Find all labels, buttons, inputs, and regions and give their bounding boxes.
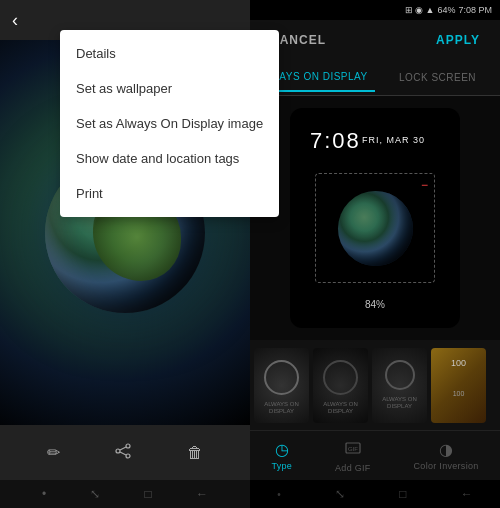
svg-point-0 [126, 444, 130, 448]
bottom-tabs: ◷ Type GIF Add GIF ◑ Color Inversion [250, 430, 500, 480]
right-panel: ⊞ ◉ ▲ 64% 7:08 PM CANCEL APPLY ALWAYS ON… [250, 0, 500, 508]
status-icons: ⊞ ◉ ▲ 64% 7:08 PM [405, 5, 492, 15]
right-nav-bar: • ⤡ □ ← [250, 480, 500, 508]
preview-time: 7:08 [310, 128, 361, 154]
preview-minus-icon: − [421, 178, 428, 192]
menu-item-wallpaper[interactable]: Set as wallpaper [60, 71, 279, 106]
type-icon: ◷ [275, 440, 289, 459]
preview-earth-container: − [315, 173, 435, 283]
thumbnail-4[interactable]: 100 100 [431, 348, 486, 423]
thumbnail-1[interactable]: ALWAYS ONDISPLAY [254, 348, 309, 423]
preview-battery: 84% [365, 299, 385, 310]
nav-recent[interactable]: ⤡ [90, 487, 100, 501]
phone-preview: 7:08 FRI, MAR 30 − 84% [290, 108, 460, 328]
thumb-label-1: ALWAYS ONDISPLAY [254, 399, 309, 417]
clock: 7:08 PM [458, 5, 492, 15]
nav-home[interactable]: □ [145, 487, 152, 501]
menu-item-details[interactable]: Details [60, 36, 279, 71]
thumbnail-bar: ALWAYS ONDISPLAY ALWAYS ONDISPLAY ALWAYS… [250, 340, 500, 430]
type-label: Type [271, 461, 292, 471]
tab-lock-screen[interactable]: LOCK SCREEN [375, 64, 500, 91]
color-inversion-label: Color Inversion [414, 461, 479, 471]
delete-icon[interactable]: 🗑 [187, 444, 203, 462]
tab-add-gif[interactable]: GIF Add GIF [335, 439, 371, 473]
gif-label: Add GIF [335, 463, 371, 473]
gif-icon: GIF [344, 439, 362, 461]
menu-item-date-tags[interactable]: Show date and location tags [60, 141, 279, 176]
thumb-clock-2 [323, 360, 358, 395]
share-icon[interactable] [114, 442, 132, 464]
network-icons: ⊞ ◉ ▲ [405, 5, 435, 15]
thumb-clock-3 [385, 360, 415, 390]
thumb-label-4: 100 [431, 388, 486, 400]
right-nav-recent[interactable]: ⤡ [335, 487, 345, 501]
tab-type[interactable]: ◷ Type [271, 440, 292, 471]
thumb-label-2: ALWAYS ONDISPLAY [313, 399, 368, 417]
nav-dot: • [42, 487, 46, 501]
color-inversion-icon: ◑ [439, 440, 453, 459]
preview-date: FRI, MAR 30 [362, 135, 425, 145]
action-bar: CANCEL APPLY [250, 20, 500, 60]
tab-color-inversion[interactable]: ◑ Color Inversion [414, 440, 479, 471]
left-bottom-bar: ✏ 🗑 [0, 425, 250, 480]
thumb-label-3: ALWAYS ONDISPLAY [372, 394, 427, 412]
right-nav-back[interactable]: ← [461, 487, 473, 501]
thumb-number: 100 [431, 358, 486, 368]
back-button[interactable]: ‹ [12, 10, 18, 31]
preview-earth [338, 191, 413, 266]
svg-text:GIF: GIF [348, 446, 358, 452]
menu-item-always-on[interactable]: Set as Always On Display image [60, 106, 279, 141]
preview-area: 7:08 FRI, MAR 30 − 84% [250, 96, 500, 340]
svg-point-1 [126, 454, 130, 458]
svg-line-4 [120, 452, 126, 455]
right-nav-dot: • [277, 489, 281, 500]
left-panel: ‹ Details Set as wallpaper Set as Always… [0, 0, 250, 508]
left-nav-bar: • ⤡ □ ← [0, 480, 250, 508]
edit-icon[interactable]: ✏ [47, 443, 60, 462]
right-nav-home[interactable]: □ [399, 487, 406, 501]
nav-back[interactable]: ← [196, 487, 208, 501]
thumbnail-2[interactable]: ALWAYS ONDISPLAY [313, 348, 368, 423]
status-bar: ⊞ ◉ ▲ 64% 7:08 PM [250, 0, 500, 20]
apply-button[interactable]: APPLY [436, 33, 480, 47]
svg-line-3 [120, 447, 126, 450]
context-menu: Details Set as wallpaper Set as Always O… [60, 30, 279, 217]
thumb-clock-1 [264, 360, 299, 395]
battery-status: 64% [437, 5, 455, 15]
svg-point-2 [116, 449, 120, 453]
menu-item-print[interactable]: Print [60, 176, 279, 211]
thumbnail-3[interactable]: ALWAYS ONDISPLAY [372, 348, 427, 423]
display-tabs: ALWAYS ON DISPLAY LOCK SCREEN [250, 60, 500, 96]
